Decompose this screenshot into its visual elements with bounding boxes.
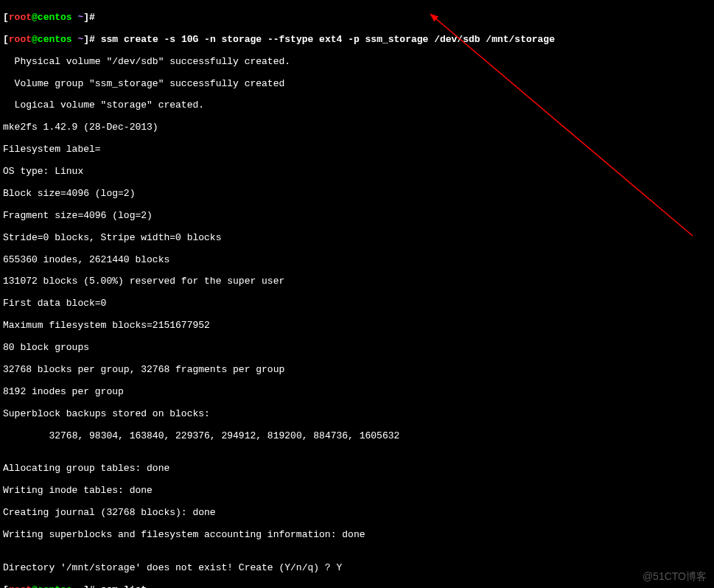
output-line: Superblock backups stored on blocks: [3, 409, 711, 420]
output-line: Maximum filesystem blocks=2151677952 [3, 321, 711, 332]
output-line: 32768, 98304, 163840, 229376, 294912, 81… [3, 431, 711, 442]
output-line: 80 block groups [3, 343, 711, 354]
output-line: Volume group "ssm_storage" successfully … [3, 79, 711, 90]
prompt-line-1: [root@centos ~]# ssm create -s 10G -n st… [3, 35, 711, 46]
command-2: ssm list [101, 584, 147, 588]
terminal-output[interactable]: [root@centos ~]# [root@centos ~]# ssm cr… [0, 0, 714, 588]
output-line: Fragment size=4096 (log=2) [3, 211, 711, 222]
output-line: mke2fs 1.42.9 (28-Dec-2013) [3, 122, 711, 133]
prompt-line-0-partial: [root@centos ~]# [3, 13, 711, 24]
output-line: First data block=0 [3, 298, 711, 309]
output-line: Filesystem label= [3, 144, 711, 155]
output-line: 8192 inodes per group [3, 387, 711, 398]
output-line: Writing inode tables: done [3, 486, 711, 497]
output-line: Allocating group tables: done [3, 463, 711, 475]
watermark: @51CTO博客 [643, 570, 707, 582]
prompt-line-2: [root@centos ~]# ssm list [3, 585, 711, 588]
command-1: ssm create -s 10G -n storage --fstype ex… [101, 34, 555, 45]
output-line: 655360 inodes, 2621440 blocks [3, 255, 711, 266]
output-line: Writing superblocks and filesystem accou… [3, 530, 711, 541]
output-line: Directory '/mnt/storage' does not exist!… [3, 563, 711, 574]
output-line: 131072 blocks (5.00%) reserved for the s… [3, 276, 711, 287]
output-line: OS type: Linux [3, 167, 711, 178]
output-line: Block size=4096 (log=2) [3, 189, 711, 200]
output-line: Physical volume "/dev/sdb" successfully … [3, 57, 711, 68]
output-line: Logical volume "storage" created. [3, 100, 711, 111]
output-line: Creating journal (32768 blocks): done [3, 508, 711, 519]
output-line: Stride=0 blocks, Stripe width=0 blocks [3, 233, 711, 244]
output-line: 32768 blocks per group, 32768 fragments … [3, 365, 711, 376]
